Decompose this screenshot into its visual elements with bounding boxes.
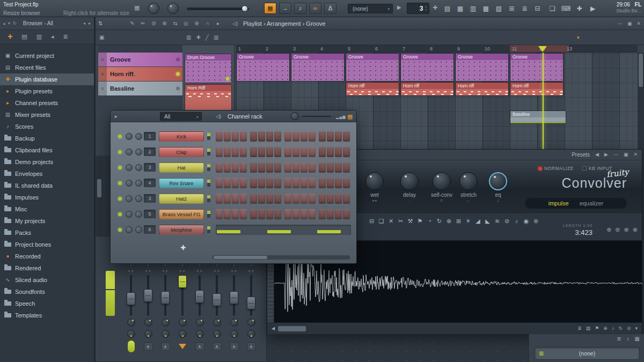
step-cell[interactable] [301,194,308,204]
knob-dial[interactable] [459,172,478,190]
multitouch-icon[interactable]: ✚ [575,3,583,14]
browser-item-mixer-presets[interactable]: ▥Mixer presets [0,109,94,121]
grid-icon[interactable]: ⊞ [455,217,462,225]
clip-groove[interactable]: Groove [510,53,564,82]
step-cell[interactable] [292,194,299,204]
channel-pan-knob[interactable] [126,180,133,187]
minimize-icon[interactable]: — [613,152,618,157]
channel-mute-led[interactable] [207,180,210,187]
step-cell[interactable] [309,178,316,188]
channel-led[interactable] [118,166,122,169]
channel-led[interactable] [118,135,122,138]
browser-window-icon[interactable]: ▧ [495,3,503,14]
mixer-strip-6[interactable]: ↕◂ ▸∧ [208,261,225,353]
step-cell[interactable] [258,209,265,219]
song-mode-arrow-button[interactable]: → [279,3,291,14]
stereo-knob[interactable] [230,319,238,327]
step-cell[interactable] [224,194,231,204]
knob-eq[interactable]: eq⊥ [483,172,513,203]
audition-speaker-icon[interactable]: ◁) [232,17,238,30]
step-cell[interactable] [292,209,299,219]
step-cell[interactable] [224,131,231,142]
presets-label[interactable]: Presets [572,152,590,158]
fader[interactable] [122,274,140,317]
save-icon[interactable]: ⊟ [368,217,375,225]
knob-delay[interactable]: delay… [394,172,425,202]
step-cell[interactable] [224,147,231,157]
scroll-down-icon[interactable]: ▾ [8,21,10,26]
pan-arrows-icon[interactable]: ◂ ▸ [179,268,186,274]
scrollbar-handle[interactable] [278,326,306,331]
reverse-icon[interactable]: ↻ [436,217,443,225]
window-menu-icon[interactable]: ▸ [115,110,118,122]
track-header-bassline[interactable]: ≡Bassline [98,82,182,95]
expand-icon[interactable]: ▸ [89,21,91,26]
refresh-icon[interactable]: ↻ [13,21,17,26]
step-sequencer[interactable] [216,131,351,142]
browser-item-project-bones[interactable]: Project bones [0,239,94,250]
step-cell[interactable] [319,162,326,173]
channel-pan-knob[interactable] [126,226,133,233]
pattern-number-stepper[interactable]: 3 ▴▾ [407,3,429,14]
track-header-horn-riff[interactable]: ≡Horn riff. [98,67,182,81]
step-cell[interactable] [301,147,308,157]
channel-mute-led[interactable] [207,164,210,171]
fader[interactable] [225,274,243,317]
step-cell[interactable] [319,147,326,157]
preset-next-icon[interactable]: ▶ [604,152,608,157]
stereo-knob[interactable] [179,319,187,327]
step-cell[interactable] [284,162,291,173]
mixer-strip-2[interactable]: ↕◂ ▸∧ [140,261,157,353]
step-sequencer[interactable] [216,147,351,157]
scroll-left-icon[interactable]: ◀ [272,327,275,331]
channel-led[interactable] [118,212,122,216]
playhead-marker[interactable] [538,46,547,52]
piano-roll-window-icon[interactable]: ▦ [456,3,464,14]
knob-dial[interactable] [400,172,419,190]
step-cell[interactable] [258,147,265,157]
close-icon[interactable]: ✕ [633,152,638,157]
step-cell[interactable] [250,131,257,142]
step-cell[interactable] [240,147,247,157]
step-cell[interactable] [216,209,223,219]
step-cell[interactable] [327,209,334,219]
list-view-icon[interactable]: ≣ [63,34,68,40]
browser-item-scores[interactable]: ♪Scores [0,121,94,132]
channel-volume-knob[interactable] [135,164,142,171]
stereo-knob[interactable] [247,319,255,327]
channel-mute-led[interactable] [207,133,210,140]
clip-groove[interactable]: Groove [346,53,399,82]
channel-led[interactable] [118,150,122,154]
note-icon[interactable]: ♪ [627,336,630,342]
snap-magnet-icon[interactable]: ∩ [203,21,211,26]
add-channel-button[interactable]: ✚ [180,244,186,252]
browser-item-recorded[interactable]: ●Recorded [0,250,94,262]
step-cell[interactable] [266,178,273,188]
step-cell[interactable] [224,209,231,219]
slide-icon[interactable]: ╱ [206,35,209,40]
plugin-selector[interactable]: ▦ (none) [535,347,640,360]
step-cell[interactable] [343,162,350,173]
channel-button-morphine[interactable]: Morphine [159,225,204,235]
paste-icon[interactable]: ▥ [36,34,42,40]
swing-note-button[interactable]: ♪ [294,3,306,14]
step-cell[interactable] [216,178,223,188]
slash-icon[interactable]: ⊘ [627,326,631,331]
step-cell[interactable] [319,131,326,142]
step-cell[interactable] [284,131,291,142]
window-menu-icon[interactable]: ⇅ [98,17,103,30]
step-cell[interactable] [335,147,342,157]
strip-button[interactable]: ∧ [161,342,170,351]
knob-dial[interactable] [489,172,507,190]
browser-item-sliced-audio[interactable]: ∿Sliced audio [0,274,94,286]
fader[interactable] [208,274,225,317]
track-header-groove[interactable]: ≡Groove [98,53,182,67]
audition-speaker-icon[interactable]: ◁) [216,110,221,122]
playlist-titlebar[interactable]: ⇅ ✎✏⊘⊗⇆◎⊕∩▸ ◁) Playlist › Arrangement › … [95,17,644,30]
routing-indicator[interactable] [127,340,135,353]
step-cell[interactable] [327,194,334,204]
normalize-toggle[interactable]: NORMALIZE [538,166,574,171]
zoom-out-icon[interactable]: ⊗ [633,227,638,233]
browser-item-templates[interactable]: Templates [0,309,94,321]
step-cell[interactable] [292,162,299,173]
